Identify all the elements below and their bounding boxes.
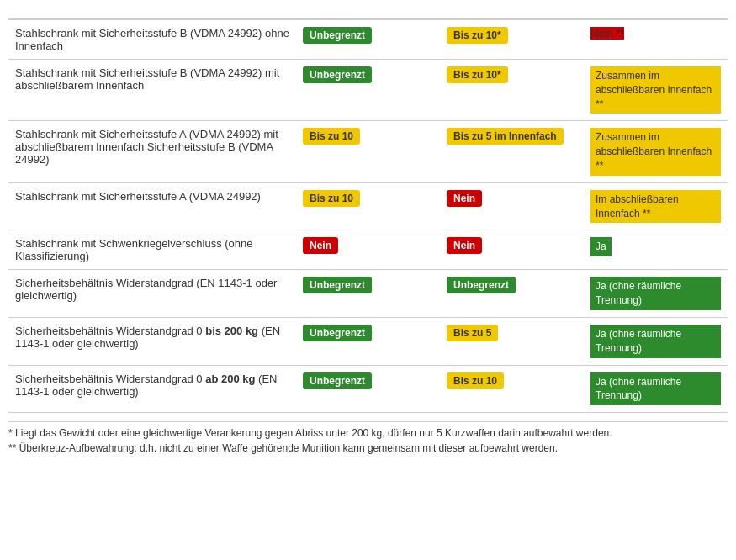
cell-type: Stahlschrank mit Schwenkriegelverschluss… [8,230,296,270]
cell-kurzwaffen: Bis zu 5 im Innenfach [440,121,584,182]
cell-type: Stahlschrank mit Sicherheitsstufe A (VDM… [8,182,296,230]
cell-kurzwaffen: Bis zu 10* [440,60,584,121]
col-header-langwaffen [296,8,440,19]
table-row: Sicherheitsbehältnis Widerstandgrad 0 bi… [8,317,728,365]
cell-kurzwaffen: Unbegrenzt [440,270,584,318]
table-row: Stahlschrank mit Sicherheitsstufe A (VDM… [8,121,728,182]
storage-table: Stahlschrank mit Sicherheitsstufe B (VDM… [8,8,728,413]
cell-kurzwaffen: Bis zu 5 [440,317,584,365]
cell-langwaffen: Bis zu 10 [296,121,440,182]
cell-type: Stahlschrank mit Sicherheitsstufe B (VDM… [8,19,296,60]
cell-munition: Ja (ohne räumliche Trennung) [584,317,728,365]
cell-munition: Im abschließbaren Innenfach ** [584,182,728,230]
table-row: Sicherheitsbehältnis Widerstandgrad (EN … [8,270,728,318]
cell-type: Stahlschrank mit Sicherheitsstufe A (VDM… [8,121,296,182]
col-header-kurzwaffen [440,8,584,19]
cell-munition: Ja (ohne räumliche Trennung) [584,270,728,318]
cell-langwaffen: Unbegrenzt [296,60,440,121]
table-row: Stahlschrank mit Sicherheitsstufe B (VDM… [8,19,728,60]
footnote-2: ** Überkreuz-Aufbewahrung: d.h. nicht zu… [8,442,728,454]
footnote-1: * Liegt das Gewicht oder eine gleichwert… [8,427,728,439]
cell-munition: Nein ** [584,19,728,60]
cell-kurzwaffen: Nein [440,230,584,270]
cell-type: Sicherheitsbehältnis Widerstandgrad 0 bi… [8,317,296,365]
cell-langwaffen: Unbegrenzt [296,317,440,365]
table-row: Stahlschrank mit Schwenkriegelverschluss… [8,230,728,270]
cell-type: Sicherheitsbehältnis Widerstandgrad (EN … [8,270,296,318]
cell-munition: Ja (ohne räumliche Trennung) [584,365,728,413]
cell-kurzwaffen: Nein [440,182,584,230]
cell-langwaffen: Unbegrenzt [296,19,440,60]
cell-munition: Ja [584,230,728,270]
col-header-munition [584,8,728,19]
cell-langwaffen: Nein [296,230,440,270]
cell-type: Sicherheitsbehältnis Widerstandgrad 0 ab… [8,365,296,413]
col-header-type [8,8,296,19]
footnotes: * Liegt das Gewicht oder eine gleichwert… [8,421,728,454]
cell-langwaffen: Bis zu 10 [296,182,440,230]
table-row: Stahlschrank mit Sicherheitsstufe A (VDM… [8,182,728,230]
cell-munition: Zusammen im abschließbaren Innenfach ** [584,121,728,182]
cell-kurzwaffen: Bis zu 10 [440,365,584,413]
cell-kurzwaffen: Bis zu 10* [440,19,584,60]
cell-langwaffen: Unbegrenzt [296,365,440,413]
table-row: Sicherheitsbehältnis Widerstandgrad 0 ab… [8,365,728,413]
table-row: Stahlschrank mit Sicherheitsstufe B (VDM… [8,60,728,121]
cell-munition: Zusammen im abschließbaren Innenfach ** [584,60,728,121]
cell-type: Stahlschrank mit Sicherheitsstufe B (VDM… [8,60,296,121]
cell-langwaffen: Unbegrenzt [296,270,440,318]
